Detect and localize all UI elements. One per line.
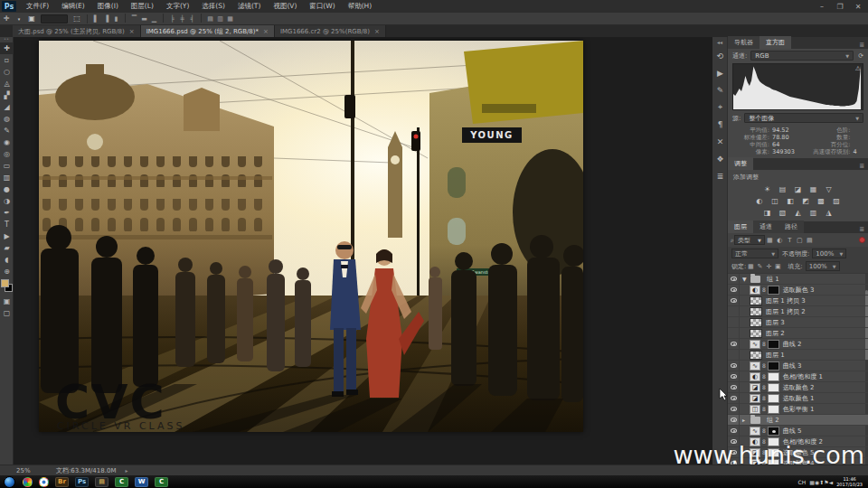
align-button-5[interactable]: ▁	[149, 14, 159, 23]
adjustment-icon[interactable]: ∿	[750, 427, 760, 436]
clone-source-panel-icon[interactable]: ⌖	[712, 99, 728, 116]
brush-panel-icon[interactable]: ✎	[712, 81, 728, 99]
visibility-toggle[interactable]	[728, 339, 740, 350]
posterize-icon[interactable]: ▧	[775, 207, 790, 219]
lock-position-icon[interactable]: ✛	[764, 262, 773, 271]
adjustment-icon[interactable]: ◫	[750, 405, 760, 414]
layer-row-13[interactable]: ▸组 2	[728, 415, 868, 426]
history-brush-tool[interactable]: ◎	[0, 148, 14, 160]
opacity-field[interactable]: 100%▼	[812, 249, 846, 258]
explorer-icon[interactable]: ▤	[95, 477, 108, 487]
zoom-tool[interactable]: ⊕	[0, 266, 14, 277]
visibility-toggle[interactable]	[728, 274, 740, 285]
pinwheel-app-icon[interactable]	[23, 477, 33, 487]
visibility-toggle[interactable]	[728, 382, 740, 393]
filter-adjustment-icon[interactable]: ◐	[775, 235, 785, 245]
mask-thumbnail[interactable]	[768, 383, 779, 392]
mask-thumbnail[interactable]	[768, 427, 779, 436]
fill-field[interactable]: 100%▼	[806, 261, 840, 271]
black-white-icon[interactable]: ◧	[783, 195, 798, 207]
filter-type-select[interactable]: 类型▼	[734, 235, 765, 245]
gradient-tool[interactable]: ▥	[0, 172, 14, 183]
menu-3[interactable]: 图层(L)	[125, 0, 160, 13]
tab-adjustments[interactable]: 调整	[728, 157, 753, 170]
layer-row-9[interactable]: ◐8色相/饱和度 1	[728, 371, 868, 382]
move-tool[interactable]: ✛	[0, 42, 14, 54]
auto-select-dropdown[interactable]	[41, 14, 68, 23]
filter-type-icon[interactable]: T	[785, 235, 795, 245]
visibility-toggle[interactable]	[728, 404, 740, 415]
layer-row-8[interactable]: ∿8曲线 3	[728, 361, 868, 371]
status-arrow-icon[interactable]: ▸	[125, 467, 127, 474]
close-tab-icon[interactable]: ×	[129, 28, 135, 35]
tab-navigator[interactable]: 导航器	[728, 36, 760, 49]
align-button-3[interactable]: ▔	[129, 14, 139, 23]
adjustment-icon[interactable]: ∿	[750, 340, 760, 349]
filter-shape-icon[interactable]: ▢	[795, 235, 805, 245]
document-tab-0[interactable]: 大图.psd @ 25% (主景拷贝, RGB/8)×	[13, 25, 141, 37]
tab-histogram[interactable]: 直方图	[760, 36, 791, 49]
brush-tool[interactable]: ✎	[0, 125, 14, 136]
menu-6[interactable]: 滤镜(T)	[231, 0, 267, 13]
canvas-image[interactable]: YOUNG Swanston St PRINCE	[39, 41, 583, 432]
layer-thumbnail[interactable]	[750, 296, 762, 305]
type-tool[interactable]: T	[0, 219, 14, 230]
layer-thumbnail[interactable]	[750, 307, 762, 316]
color-lookup-icon[interactable]: ▨	[829, 195, 844, 207]
lock-transparent-icon[interactable]: ▦	[746, 262, 755, 271]
visibility-toggle[interactable]	[728, 361, 740, 371]
channel-select[interactable]: RGB▼	[750, 51, 854, 61]
layer-row-2[interactable]: 图层 1 拷贝 3	[728, 296, 868, 306]
adjustment-icon[interactable]: ◐	[750, 286, 760, 295]
app-c2-icon[interactable]: C	[155, 477, 168, 487]
align-button-2[interactable]: ▮	[111, 14, 121, 23]
filter-toggle[interactable]	[859, 237, 865, 243]
levels-icon[interactable]: ▤	[775, 183, 790, 195]
close-tab-icon[interactable]: ×	[263, 28, 269, 35]
brightness-contrast-icon[interactable]: ☀	[760, 183, 775, 195]
history-panel-icon[interactable]: ⟲	[712, 47, 728, 64]
canvas-area[interactable]: YOUNG Swanston St PRINCE	[14, 37, 712, 465]
minimize-button[interactable]: –	[814, 1, 830, 12]
layer-row-0[interactable]: ▼组 1	[728, 274, 868, 285]
layer-row-14[interactable]: ∿8曲线 5	[728, 426, 868, 436]
tab-layers[interactable]: 图层	[728, 221, 753, 233]
hue-saturation-icon[interactable]: ◐	[752, 195, 768, 207]
layer-thumbnail[interactable]	[750, 329, 762, 338]
document-tab-1[interactable]: IMG1666.psd @ 25% (组 2, RGB/8)*×	[141, 25, 275, 37]
layer-row-10[interactable]: ◪8选取颜色 2	[728, 382, 868, 393]
layers-menu-icon[interactable]: ≣	[855, 226, 868, 233]
mask-thumbnail[interactable]	[768, 405, 779, 414]
tray-icon-4[interactable]: ◄	[829, 479, 834, 485]
layer-row-6[interactable]: ∿8曲线 2	[728, 339, 868, 350]
lock-pixels-icon[interactable]: ✎	[755, 262, 764, 271]
align-button-7[interactable]: ╪	[177, 14, 187, 23]
shape-tool[interactable]: ▰	[0, 242, 14, 254]
transform-controls-icon[interactable]: ⬚	[71, 14, 83, 24]
menu-0[interactable]: 文件(F)	[20, 0, 55, 13]
align-button-6[interactable]: ╞	[167, 14, 177, 23]
zoom-level-field[interactable]: 25%	[16, 467, 43, 474]
document-tab-2[interactable]: IMG1666.cr2 @ 25%(RGB/8)×	[275, 25, 386, 37]
group-arrow-icon[interactable]: ▼	[742, 276, 749, 282]
align-button-9[interactable]: ▤	[205, 14, 215, 23]
layer-row-12[interactable]: ◫8色彩平衡 1	[728, 404, 868, 415]
mask-thumbnail[interactable]	[768, 361, 779, 371]
layer-row-5[interactable]: 图层 2	[728, 328, 868, 339]
quick-mask-icon[interactable]: ▣	[0, 296, 14, 307]
mask-thumbnail[interactable]	[768, 286, 779, 295]
swatches-panel-icon[interactable]: ❖	[712, 150, 728, 167]
photoshop-icon[interactable]: Ps	[75, 477, 89, 487]
menu-1[interactable]: 编辑(E)	[55, 0, 91, 13]
restore-button[interactable]: ❐	[832, 1, 848, 12]
curves-icon[interactable]: ◪	[790, 183, 806, 195]
visibility-toggle[interactable]	[728, 350, 740, 361]
quick-selection-tool[interactable]: ◬	[0, 78, 14, 89]
layer-row-11[interactable]: ◪8选取颜色 1	[728, 393, 868, 404]
selective-color-icon[interactable]: ◮	[821, 207, 836, 219]
chrome-icon[interactable]	[39, 477, 49, 487]
close-panel-icon[interactable]: ✕	[712, 133, 728, 150]
marquee-tool[interactable]: ▫	[0, 54, 14, 66]
styles-panel-icon[interactable]: ≣	[712, 167, 728, 184]
visibility-toggle[interactable]	[728, 371, 740, 382]
